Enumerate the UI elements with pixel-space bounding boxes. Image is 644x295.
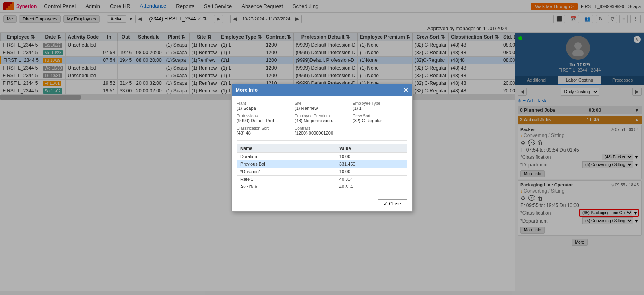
modal-contract-value: (1200) 0000001200 [295,131,349,135]
modal-table-row: Ave Rate40.314 [237,183,407,191]
modal-col-value: Value [336,144,407,152]
modal-divider [237,140,407,141]
modal-emp-type-value: (1) 1 [353,106,407,111]
modal-cell-value: 40.314 [336,175,407,183]
modal-emp-type-label: Employee Type [353,101,407,106]
modal-premium-field: Employee Premium (48) No permission... [295,114,349,123]
modal-table-row: Duration10.00 [237,152,407,160]
modal-plant-field: Plant (1) Scapa [237,101,291,111]
modal-cell-name: *Duration1 [237,168,336,175]
modal-crew-sort-field: Crew Sort (32) C-Regular [353,114,407,123]
modal-title-bar: More Info ✕ [232,84,412,96]
modal-overlay[interactable]: More Info ✕ Plant (1) Scapa Site (1) Ren… [0,0,644,295]
modal-close-button[interactable]: ✓ Close [378,199,407,208]
modal-cell-value: 10.00 [336,152,407,160]
modal-title: More Info [236,87,258,93]
modal-cell-name: Rate 1 [237,175,336,183]
modal-cell-value: 40.314 [336,183,407,191]
modal-contract-field: Contract (1200) 0000001200 [295,126,349,135]
more-info-modal: More Info ✕ Plant (1) Scapa Site (1) Ren… [231,84,413,212]
modal-premium-label: Employee Premium [295,114,349,118]
modal-col-name: Name [237,144,336,152]
modal-footer: ✓ Close [232,196,412,211]
modal-class-sort-field: Classification Sort (48) 48 [237,126,291,135]
modal-site-field: Site (1) Renfrew [295,101,349,111]
modal-crew-sort-label: Crew Sort [353,114,407,118]
modal-info-grid: Plant (1) Scapa Site (1) Renfrew Employe… [237,101,407,135]
modal-body: Plant (1) Scapa Site (1) Renfrew Employe… [232,96,412,196]
modal-premium-value: (48) No permission... [295,118,349,123]
modal-contract-label: Contract [295,126,349,131]
modal-data-table: Name Value Duration10.00Previous Bal331.… [237,144,407,191]
modal-cell-value: 331.450 [336,160,407,168]
modal-professions-label: Professions [237,114,291,118]
modal-site-value: (1) Renfrew [295,106,349,111]
modal-cell-name: Ave Rate [237,183,336,191]
modal-professions-field: Professions (9999) Default Prof... [237,114,291,123]
modal-table-row: *Duration110.00 [237,168,407,175]
modal-class-sort-value: (48) 48 [237,131,291,135]
modal-close-x-button[interactable]: ✕ [403,86,408,94]
modal-cell-name: Duration [237,152,336,160]
modal-crew-sort-value: (32) C-Regular [353,118,407,123]
modal-site-label: Site [295,101,349,106]
modal-class-sort-label: Classification Sort [237,126,291,131]
modal-professions-value: (9999) Default Prof... [237,118,291,123]
modal-table-row: Previous Bal331.450 [237,160,407,168]
modal-plant-label: Plant [237,101,291,106]
modal-cell-name: Previous Bal [237,160,336,168]
modal-emp-type-field: Employee Type (1) 1 [353,101,407,111]
modal-plant-value: (1) Scapa [237,106,291,111]
modal-table-row: Rate 140.314 [237,175,407,183]
modal-cell-value: 10.00 [336,168,407,175]
